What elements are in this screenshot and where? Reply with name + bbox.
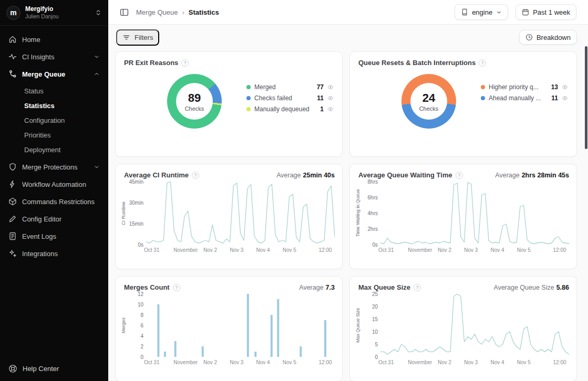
legend-item[interactable]: Checks failed 11 <box>246 92 334 103</box>
sidebar-item-integrations[interactable]: Integrations <box>4 245 104 262</box>
chevron-up-icon <box>94 71 100 77</box>
x-tick-label: November <box>173 247 198 253</box>
visibility-toggle-icon[interactable] <box>327 106 334 112</box>
legend-item[interactable]: Higher priority q... 13 <box>481 81 568 92</box>
card-average-queue-waiting-time: Average Queue Waiting Time ? Average2hrs… <box>349 164 577 269</box>
sidebar-item-merge-queue[interactable]: Merge Queue <box>4 66 104 82</box>
chart-legend: Higher priority q... 13 Ahead manually .… <box>481 81 568 103</box>
x-tick-label: November <box>408 247 432 253</box>
date-range-button[interactable]: Past 1 week <box>515 4 576 20</box>
y-tick-label: 30min <box>129 200 143 206</box>
y-tick-label: 6 <box>140 323 143 329</box>
y-axis-label: Time Waiting in Queue <box>354 182 362 245</box>
card-title: PR Exit Reasons <box>124 59 178 67</box>
card-average: Average7.3 <box>299 284 335 291</box>
sidebar-item-event-logs[interactable]: Event Logs <box>4 228 104 245</box>
cube-icon <box>8 197 17 206</box>
y-tick-label: 6hrs <box>368 195 378 200</box>
help-icon[interactable]: ? <box>173 284 180 291</box>
card-average: Average25min 40s <box>276 172 335 179</box>
x-tick-label: Nov 2 <box>438 359 451 365</box>
x-tick-label: Nov 2 <box>203 247 217 253</box>
legend-item[interactable]: Merged 77 <box>246 81 334 92</box>
sidebar-item-label: Integrations <box>22 250 58 258</box>
repository-selector-label: engine <box>472 8 492 16</box>
sidebar-item-config-editor[interactable]: Config Editor <box>4 210 104 227</box>
sidebar-subitem-priorities[interactable]: Priorities <box>4 128 104 142</box>
help-icon[interactable]: ? <box>456 172 463 179</box>
visibility-toggle-icon[interactable] <box>327 95 334 101</box>
sidebar-item-ci-insights[interactable]: CI Insights <box>4 48 104 65</box>
x-tick-label: 12:00 <box>319 247 332 253</box>
donut-center: 89 Checks <box>176 83 213 120</box>
y-axis-label: CI Runtime <box>120 182 127 245</box>
donut-chart: 89 Checks <box>167 74 222 129</box>
sidebar-toggle-icon[interactable] <box>120 8 129 17</box>
content-area: Filters Breakdown PR Exit Reasons ? 89 <box>108 25 588 381</box>
x-tick-label: Nov 3 <box>464 247 478 253</box>
org-switcher[interactable]: m Mergifyio Julien Danjou <box>0 0 108 26</box>
repo-icon <box>461 8 468 16</box>
legend-value: 77 <box>317 83 324 91</box>
y-tick-label: 4hrs <box>368 210 378 216</box>
help-icon[interactable]: ? <box>181 59 189 67</box>
help-icon[interactable]: ? <box>414 284 421 291</box>
legend-dot <box>246 85 251 89</box>
sidebar-item-label: CI Insights <box>22 53 54 61</box>
breakdown-button[interactable]: Breakdown <box>519 30 577 45</box>
sidebar-item-commands-restrictions[interactable]: Commands Restrictions <box>4 193 104 210</box>
sidebar-subitem-configuration[interactable]: Configuration <box>4 113 104 128</box>
chevrons-up-down-icon <box>95 9 102 16</box>
sidebar-item-home[interactable]: Home <box>4 31 104 48</box>
sidebar-item-label: Merge Protections <box>22 163 78 171</box>
sidebar-subitem-status[interactable]: Status <box>4 83 104 98</box>
card-title: Queue Resets & Batch Interruptions <box>358 59 476 67</box>
x-tick-label: Oct 31 <box>144 247 159 253</box>
calendar-icon <box>522 8 529 16</box>
legend-label: Merged <box>254 83 276 91</box>
repository-selector[interactable]: engine <box>455 4 508 20</box>
sidebar: m Mergifyio Julien Danjou Home CI Insigh… <box>0 0 108 381</box>
donut-center-label: Checks <box>419 105 439 112</box>
filters-button[interactable]: Filters <box>116 29 159 46</box>
legend-dot <box>246 107 251 111</box>
visibility-toggle-icon[interactable] <box>327 84 334 90</box>
y-axis-ticks: 0510152025 <box>362 294 380 357</box>
sidebar-item-label: Commands Restrictions <box>22 198 95 206</box>
sidebar-subitem-statistics[interactable]: Statistics <box>4 98 104 113</box>
visibility-toggle-icon[interactable] <box>562 95 568 101</box>
sidebar-item-label: Home <box>22 36 40 44</box>
help-icon[interactable]: ? <box>192 172 199 179</box>
shield-icon <box>8 163 17 171</box>
breadcrumb-parent[interactable]: Merge Queue <box>136 8 178 16</box>
git-merge-icon <box>8 70 17 78</box>
help-center-link[interactable]: Help Center <box>0 356 108 381</box>
card-average-ci-runtime: Average CI Runtime ? Average25min 40s CI… <box>115 164 343 269</box>
y-tick-label: 45min <box>129 179 143 185</box>
card-average: Average Queue Size5.86 <box>494 284 569 291</box>
visibility-toggle-icon[interactable] <box>562 84 568 90</box>
chart-plot <box>380 294 569 357</box>
y-tick-label: 0 <box>375 354 378 360</box>
scrollbar-thumb[interactable] <box>585 46 587 149</box>
x-axis-ticks: Oct 31NovemberNov 2Nov 3Nov 4Nov 512:00 <box>146 358 335 368</box>
x-tick-label: Nov 3 <box>230 359 243 365</box>
sparkles-icon <box>8 249 17 258</box>
help-center-label: Help Center <box>23 365 59 373</box>
sidebar-subitem-deployment[interactable]: Deployment <box>4 142 104 157</box>
sidebar-item-workflow-automation[interactable]: Workflow Automation <box>4 176 104 193</box>
pencil-icon <box>8 215 17 223</box>
y-axis-label: Max Queue Size <box>354 294 362 357</box>
legend-item[interactable]: Ahead manually ... 11 <box>481 92 568 103</box>
x-tick-label: November <box>173 359 198 365</box>
legend-item[interactable]: Manually dequeued 1 <box>246 103 334 114</box>
help-icon[interactable]: ? <box>479 59 486 67</box>
sidebar-item-merge-protections[interactable]: Merge Protections <box>4 158 104 175</box>
filter-icon <box>122 34 130 41</box>
zap-icon <box>8 180 17 188</box>
y-axis-label: Merges <box>120 294 127 357</box>
merge-queue-submenu: Status Statistics Configuration Prioriti… <box>4 83 104 158</box>
y-tick-label: 2hrs <box>368 226 378 232</box>
donut-center-value: 24 <box>422 91 435 105</box>
chart-plot <box>380 182 569 245</box>
